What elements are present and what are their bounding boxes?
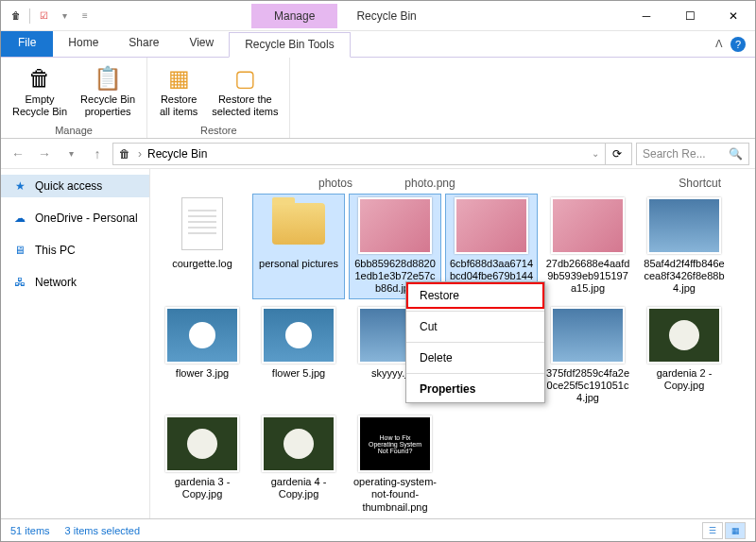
menu-item-properties[interactable]: Properties bbox=[406, 376, 544, 402]
sidebar-item-this-pc[interactable]: 🖥 This PC bbox=[1, 239, 149, 262]
search-icon: 🔍 bbox=[729, 147, 743, 161]
forward-button[interactable]: → bbox=[33, 143, 56, 165]
status-bar: 51 items 3 items selected ☰ ▦ bbox=[1, 518, 755, 541]
thumbnails-view-button[interactable]: ▦ bbox=[725, 522, 746, 539]
file-label: 6cbf688d3aa6714bcd04fbe679b144 bbox=[449, 258, 534, 282]
file-label: flower 3.jpg bbox=[176, 367, 229, 380]
tab-recycle-bin-tools[interactable]: Recycle Bin Tools bbox=[229, 32, 351, 58]
sidebar-item-label: Quick access bbox=[35, 179, 102, 193]
recycle-bin-properties-button[interactable]: 📋 Recycle Bin properties bbox=[75, 61, 141, 123]
file-label: 27db26688e4aafd9b5939eb915197a15.jpg bbox=[545, 258, 630, 296]
status-selected-count: 3 items selected bbox=[65, 525, 140, 536]
window-title: Recycle Bin bbox=[356, 9, 625, 23]
breadcrumb[interactable]: Recycle Bin bbox=[147, 147, 207, 161]
thumbnail bbox=[358, 197, 432, 254]
help-icon[interactable]: ? bbox=[730, 37, 746, 52]
overflow-icon[interactable]: ≡ bbox=[77, 8, 93, 24]
file-label: gardenia 4 - Copy.jpg bbox=[256, 476, 341, 500]
menu-item-restore[interactable]: Restore bbox=[406, 282, 544, 309]
thumbnail bbox=[262, 415, 335, 472]
address-bar[interactable]: 🗑 › Recycle Bin ⌄ ⟳ bbox=[112, 143, 632, 165]
file-label: courgette.log bbox=[172, 258, 232, 270]
thumbnail bbox=[647, 307, 721, 364]
restore-selected-label: Restore the selected items bbox=[212, 93, 278, 118]
file-label: operating-system-not-found-thumbnail.png bbox=[352, 476, 438, 514]
content-pane[interactable]: photos photo.png Shortcut courgette.logp… bbox=[150, 169, 755, 518]
thumbnail bbox=[262, 307, 335, 364]
column-header-photo-png[interactable]: photo.png bbox=[383, 177, 477, 190]
file-item[interactable]: personal pictures bbox=[252, 194, 345, 299]
menu-separator bbox=[406, 311, 544, 312]
menu-item-cut[interactable]: Cut bbox=[406, 313, 544, 340]
empty-recycle-bin-button[interactable]: 🗑 Empty Recycle Bin bbox=[7, 61, 73, 123]
file-item[interactable]: gardenia 2 - Copy.jpg bbox=[638, 303, 730, 409]
quick-access-icon: ★ bbox=[12, 178, 27, 194]
search-input[interactable]: Search Re... 🔍 bbox=[636, 143, 749, 165]
file-item[interactable]: 85af4d2f4ffb846ecea8f3426f8e88b4.jpg bbox=[638, 194, 730, 299]
menu-item-delete[interactable]: Delete bbox=[406, 345, 544, 371]
sidebar-item-onedrive[interactable]: ☁ OneDrive - Personal bbox=[1, 207, 149, 229]
file-item[interactable]: flower 5.jpg bbox=[252, 303, 345, 409]
details-view-button[interactable]: ☰ bbox=[702, 522, 723, 539]
ribbon-tabs: File Home Share View Recycle Bin Tools ᐱ… bbox=[1, 31, 755, 58]
recent-locations-icon[interactable]: ▾ bbox=[60, 143, 82, 165]
file-label: gardenia 3 - Copy.jpg bbox=[160, 476, 245, 500]
properties-label: Recycle Bin properties bbox=[80, 93, 135, 118]
search-placeholder: Search Re... bbox=[643, 147, 706, 161]
dropdown-icon[interactable]: ▾ bbox=[57, 8, 72, 24]
address-dropdown-icon[interactable]: ⌄ bbox=[592, 148, 599, 159]
thumbnail bbox=[165, 307, 239, 364]
column-headers: photos photo.png Shortcut bbox=[156, 175, 749, 194]
file-item[interactable]: 375fdf2859c4fa2e0ce25f5c191051c4.jpg bbox=[541, 303, 634, 409]
maximize-button[interactable]: ☐ bbox=[668, 1, 712, 31]
thumbnail bbox=[455, 197, 528, 254]
onedrive-icon: ☁ bbox=[12, 211, 27, 226]
close-button[interactable]: ✕ bbox=[712, 1, 755, 31]
ribbon-group-manage: 🗑 Empty Recycle Bin 📋 Recycle Bin proper… bbox=[1, 58, 147, 138]
ribbon-right-controls: ᐱ ? bbox=[715, 31, 755, 57]
recycle-bin-icon: 🗑 bbox=[117, 146, 132, 161]
up-button[interactable]: ↑ bbox=[86, 143, 109, 165]
context-menu: Restore Cut Delete Properties bbox=[405, 281, 545, 403]
tab-home[interactable]: Home bbox=[53, 31, 113, 57]
properties-qa-icon[interactable]: ☑ bbox=[36, 8, 51, 24]
thumbnail bbox=[647, 197, 721, 254]
collapse-ribbon-icon[interactable]: ᐱ bbox=[715, 38, 723, 50]
tab-file[interactable]: File bbox=[1, 31, 53, 57]
group-restore-label: Restore bbox=[153, 123, 284, 136]
tab-view[interactable]: View bbox=[174, 31, 229, 57]
empty-recycle-bin-label: Empty Recycle Bin bbox=[12, 93, 67, 118]
file-item[interactable]: gardenia 4 - Copy.jpg bbox=[252, 412, 345, 517]
main-area: ★ Quick access ☁ OneDrive - Personal 🖥 T… bbox=[1, 169, 755, 518]
minimize-button[interactable]: ─ bbox=[625, 1, 668, 31]
sidebar-item-label: OneDrive - Personal bbox=[35, 212, 138, 225]
restore-selected-icon: ▢ bbox=[234, 63, 256, 93]
menu-separator bbox=[406, 373, 544, 374]
restore-all-icon: ▦ bbox=[168, 63, 190, 93]
this-pc-icon: 🖥 bbox=[12, 243, 27, 258]
sidebar-item-quick-access[interactable]: ★ Quick access bbox=[1, 175, 149, 197]
window-controls: ─ ☐ ✕ bbox=[625, 1, 755, 31]
file-item[interactable]: How to Fix Operating System Not Found?op… bbox=[349, 412, 441, 517]
tab-share[interactable]: Share bbox=[113, 31, 174, 57]
thumbnail: How to Fix Operating System Not Found? bbox=[358, 415, 432, 472]
network-icon: 🖧 bbox=[12, 275, 27, 290]
ribbon-group-restore: ▦ Restore all items ▢ Restore the select… bbox=[147, 58, 290, 138]
thumbnail bbox=[165, 415, 239, 472]
restore-selected-button[interactable]: ▢ Restore the selected items bbox=[206, 61, 284, 123]
file-item[interactable]: 27db26688e4aafd9b5939eb915197a15.jpg bbox=[541, 194, 634, 299]
back-button[interactable]: ← bbox=[7, 143, 29, 165]
file-item[interactable]: gardenia 3 - Copy.jpg bbox=[156, 412, 249, 517]
column-header-shortcut[interactable]: Shortcut bbox=[477, 177, 749, 190]
properties-icon: 📋 bbox=[94, 63, 122, 93]
refresh-button[interactable]: ⟳ bbox=[605, 143, 627, 165]
file-item[interactable]: courgette.log bbox=[156, 194, 249, 299]
column-header-photos[interactable]: photos bbox=[288, 177, 383, 190]
sidebar-item-network[interactable]: 🖧 Network bbox=[1, 271, 149, 294]
thumbnail bbox=[165, 197, 239, 254]
menu-separator bbox=[406, 342, 544, 343]
group-manage-label: Manage bbox=[7, 123, 141, 136]
file-item[interactable]: flower 3.jpg bbox=[156, 303, 249, 409]
sidebar-item-label: This PC bbox=[35, 244, 76, 257]
restore-all-button[interactable]: ▦ Restore all items bbox=[153, 61, 204, 123]
